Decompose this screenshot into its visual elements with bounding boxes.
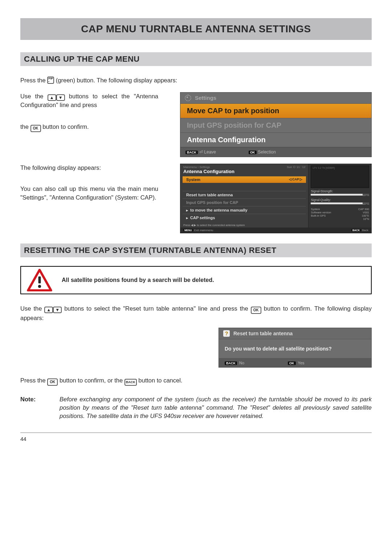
system-value: ◁ CAP ▷ — [289, 177, 303, 182]
breadcrumb-text: Mainmenu › Settings — [183, 165, 210, 169]
settings-title: Settings — [195, 95, 216, 101]
text: button to confirm, or the — [60, 377, 124, 384]
info-l1: Software version — [311, 211, 331, 214]
dialog-ok-yes[interactable]: OKYes — [288, 361, 304, 365]
chevron-right-icon — [186, 216, 188, 220]
dialog-back-no[interactable]: BACKNo — [225, 361, 244, 365]
warning-box: All satellite positions found by a searc… — [20, 266, 372, 294]
preview-box: LTV 3.2 Tk [b00BR] — [311, 165, 369, 188]
config-item-cap-settings[interactable]: CAP settings — [183, 214, 306, 221]
section-heading-resetting: RESETTING THE CAP SYSTEM (TURNTABLE ANTE… — [20, 243, 372, 257]
breadcrumb: Mainmenu › Settings Sun ⏲ 11 : 12 — [180, 164, 308, 169]
footer-selection-label: Selection — [258, 149, 276, 155]
signal-quality-label: Signal-Quality: — [311, 198, 369, 202]
section-heading-calling-up: CALLING UP THE CAP MENU — [20, 52, 372, 66]
settings-menu-screenshot: Settings Move CAP to park position Input… — [180, 92, 372, 157]
paragraph-reset-select: Use the ▲▼ buttons to select the "Reset … — [20, 304, 372, 323]
warning-text: All satellite positions found by a searc… — [62, 277, 214, 283]
paragraph-press-ok: the OK button to confirm. — [20, 123, 158, 132]
note-row: Note: Before exchanging any component of… — [20, 395, 372, 420]
down-arrow-button-icon: ▼ — [56, 94, 65, 101]
dialog-message: Do you want to delete all satellite posi… — [219, 339, 371, 359]
down-arrow-button-icon: ▼ — [53, 307, 62, 313]
config-title: Antenna Configuration — [180, 169, 308, 176]
note-label: Note: — [20, 395, 55, 420]
settings-header: Settings — [180, 93, 371, 103]
info-r0: CAP 900 — [358, 208, 369, 211]
footer-leave-label: Leave — [204, 149, 216, 155]
svg-point-2 — [38, 285, 41, 288]
info-r1: V001 — [358, 211, 369, 214]
paragraph-following-display: The following display appears: — [20, 164, 158, 172]
paragraph-use-arrows: Use the ▲▼ buttons to select the "Antenn… — [20, 92, 158, 118]
label: Reset turn table antenna — [186, 193, 233, 197]
paragraph-alt-menu-path: You can also call up this menu via the m… — [20, 185, 158, 202]
ok-button-icon: OK — [251, 307, 261, 314]
text: the — [20, 123, 30, 130]
gear-icon — [185, 95, 191, 101]
reset-dialog-screenshot: ? Reset turn table antenna Do you want t… — [219, 328, 372, 368]
text: buttons to select the "Reset turn table … — [64, 305, 251, 312]
ok-icon: OK — [249, 151, 257, 154]
back-icon: BACK — [185, 151, 198, 154]
ok-button-icon: OK — [30, 125, 41, 132]
text: Press the — [20, 77, 47, 83]
time-info: Sun ⏲ 11 : 12 — [287, 165, 305, 169]
system-label: System — [186, 177, 200, 182]
dialog-actions: BACKNo OKYes — [219, 359, 371, 367]
system-selector[interactable]: System ◁ CAP ▷ — [183, 176, 306, 183]
settings-footer: BACK⏎ Leave OKSelection — [180, 147, 371, 157]
warning-triangle-icon — [27, 269, 52, 291]
page-title-bar: CAP MENU TURNTABLE ANTENNA SETTINGS — [20, 18, 372, 40]
up-arrow-button-icon: ▲ — [44, 307, 53, 313]
info-l2: Built-in GPS — [311, 214, 331, 217]
paragraph-press-green: Press the PIP▪ (green) button. The follo… — [20, 76, 372, 85]
label: to move the antenna manually — [190, 208, 248, 212]
settings-item-move-cap[interactable]: Move CAP to park position — [180, 103, 371, 118]
config-hint: Press ◀ ▶ to select the connected antenn… — [180, 221, 308, 228]
config-item-input-gps[interactable]: Input GPS position for CAP — [183, 198, 306, 206]
info-r2: 100°E — [358, 214, 369, 217]
svg-rect-1 — [38, 276, 41, 283]
question-icon: ? — [223, 330, 230, 337]
yes-label: Yes — [298, 361, 305, 365]
label: CAP settings — [190, 216, 215, 220]
signal-quality-bar — [311, 202, 369, 204]
text: button to cancel. — [138, 377, 182, 384]
signal-strength-label: Signal-Strength: — [311, 189, 369, 193]
dialog-title: Reset turn table antenna — [233, 331, 293, 336]
no-label: No — [239, 361, 244, 365]
chevron-right-icon — [186, 208, 188, 212]
system-info: System Software version Built-in GPS CAP… — [311, 208, 369, 221]
settings-item-antenna-config[interactable]: Antenna Configuration — [180, 132, 371, 147]
footer-divider — [20, 433, 372, 433]
antenna-config-screenshot: Mainmenu › Settings Sun ⏲ 11 : 12 Antenn… — [180, 164, 372, 233]
pip-button-icon: PIP▪ — [47, 77, 54, 84]
ok-icon: OK — [288, 361, 296, 365]
back-icon: BACK — [225, 361, 237, 365]
dialog-header: ? Reset turn table antenna — [219, 328, 371, 339]
text: Press the — [20, 377, 47, 384]
label: Input GPS position for CAP — [186, 200, 238, 205]
back-chip: BACK — [351, 229, 361, 232]
config-right-pane: LTV 3.2 Tk [b00BR] Signal-Strength: 89 %… — [309, 164, 371, 228]
config-item-reset[interactable]: Reset turn table antenna — [183, 191, 306, 198]
text: Use the — [20, 305, 44, 312]
info-r3: 10°N — [358, 217, 369, 221]
text: (green) button. The following display ap… — [56, 77, 177, 83]
ok-button-icon: OK — [47, 378, 58, 386]
up-arrow-button-icon: ▲ — [48, 94, 56, 101]
signal-strength-bar — [311, 194, 369, 196]
note-text: Before exchanging any component of the s… — [60, 395, 372, 420]
text: Use the — [20, 93, 48, 99]
paragraph-confirm-cancel: Press the OK button to confirm, or the B… — [20, 376, 372, 386]
config-footer: MENUMENU Exit mainmenuExit mainmenu BACK… — [180, 228, 371, 233]
page-number: 44 — [20, 436, 372, 442]
info-l0: System — [311, 208, 331, 211]
menu-chip: MENU — [183, 229, 193, 232]
config-item-move-manual[interactable]: to move the antenna manually — [183, 206, 306, 214]
text: button to confirm. — [42, 123, 89, 130]
settings-item-input-gps[interactable]: Input GPS position for CAP — [180, 118, 371, 132]
back-button-icon: BACK — [124, 379, 137, 386]
